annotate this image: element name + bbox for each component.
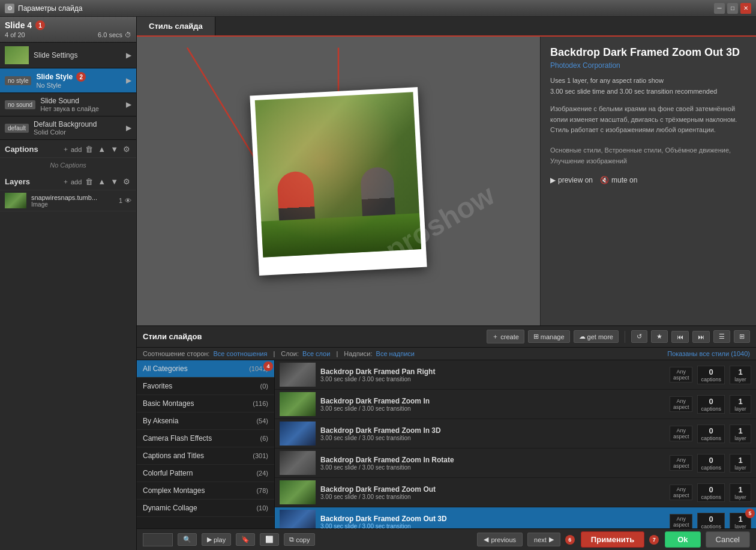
add-layer-label: add (71, 178, 82, 186)
next-button[interactable]: next ▶ (527, 533, 560, 546)
left-panel: Slide 4 1 4 of 20 6.0 secs ⏱ Slide Setti… (0, 17, 137, 550)
bg-sub: Solid Color (34, 128, 126, 136)
category-item[interactable]: Dynamic Collage (10) (137, 500, 274, 517)
category-item[interactable]: By Aksenia (54) (137, 412, 274, 430)
zoom-input[interactable]: 100 (143, 533, 173, 546)
get-more-label: get more (587, 333, 613, 340)
slide-position: 4 of 20 (5, 31, 25, 38)
ok-button[interactable]: Ok (665, 531, 700, 548)
preview-on-button[interactable]: ▶ preview on (550, 176, 593, 184)
slide-settings-row[interactable]: Slide Settings ▶ (0, 43, 136, 68)
favorites-button[interactable]: ★ (651, 330, 668, 343)
badge-4: 4 (263, 361, 273, 371)
badge-6: 6 (565, 535, 575, 545)
eye-icon[interactable]: 👁 (125, 197, 131, 204)
prev-style-button[interactable]: ⏮ (671, 331, 689, 343)
category-count: (24) (256, 470, 268, 477)
layers-title: Layers (5, 177, 62, 186)
get-more-button[interactable]: ☁ get more (574, 330, 619, 343)
photo-inner (255, 92, 421, 257)
delete-layer-button[interactable]: 🗑 (84, 176, 94, 187)
aspect-filter-link[interactable]: Все соотношения (213, 350, 267, 357)
info-desc1: Uses 1 layer, for any aspect ratio show (550, 76, 746, 86)
info-tags: Основные стили, Встроенные стили, Объёмн… (550, 145, 746, 166)
category-item[interactable]: Complex Montages (78) (137, 482, 274, 500)
search-button[interactable]: 🔍 (178, 533, 197, 546)
style-item[interactable]: Backdrop Dark Framed Zoom Out 3.00 sec s… (275, 478, 756, 507)
arrow-right-icon: ▶ (549, 536, 554, 543)
add-caption-button[interactable]: ＋ add (62, 145, 82, 154)
tab-slide-style[interactable]: Стиль слайда (137, 17, 215, 35)
style-item-name: Backdrop Dark Framed Zoom In (320, 397, 670, 405)
move-layer-down-button[interactable]: ▼ (109, 176, 119, 187)
minimize-button[interactable]: ─ (714, 3, 725, 14)
layers-label: Слои: (281, 350, 299, 357)
category-name: All Categories (143, 364, 249, 373)
create-button[interactable]: ＋ create (487, 330, 524, 343)
category-item[interactable]: Favorites (0) (137, 378, 274, 395)
move-layer-up-button[interactable]: ▲ (97, 176, 107, 187)
sound-name: Slide Sound (40, 97, 126, 105)
category-item[interactable]: All Categories (1041) 4 (137, 360, 274, 378)
style-item-name: Backdrop Dark Framed Zoom In Rotate (320, 456, 670, 464)
style-item-sub: 3.00 sec slide / 3.00 sec transition (320, 523, 670, 529)
download-icon: ☁ (579, 333, 586, 340)
person1-silhouette (277, 171, 316, 244)
category-name: Favorites (143, 382, 260, 390)
info-brand: Photodex Corporation (550, 61, 746, 70)
slide-style-row[interactable]: no style Slide Style 2 No Style ▶ (0, 68, 136, 93)
move-caption-down-button[interactable]: ▼ (109, 144, 119, 155)
bookmark-button[interactable]: 🔖 (236, 533, 255, 546)
manage-label: manage (541, 333, 565, 340)
category-count: (301) (253, 452, 268, 459)
category-name: Camera Flash Effects (143, 434, 260, 443)
apply-button[interactable]: Применить (581, 531, 644, 548)
style-item-name: Backdrop Dark Framed Zoom Out (320, 485, 670, 494)
layer-item[interactable]: snapwiresnaps.tumb... Image 1 👁 (0, 190, 136, 211)
style-thumbnail (280, 510, 316, 528)
play-label: play (214, 536, 226, 543)
maximize-button[interactable]: □ (727, 3, 738, 14)
tab-bar: Стиль слайда (137, 17, 756, 37)
badge-2: 2 (76, 72, 86, 82)
frame-button[interactable]: ⬜ (260, 533, 279, 546)
layer-settings-button[interactable]: ⚙ (122, 176, 131, 187)
add-layer-button[interactable]: ＋ add (62, 177, 82, 186)
styles-list: Backdrop Dark Framed Pan Right 3.00 sec … (275, 360, 756, 528)
default-bg-row[interactable]: default Default Background Solid Color ▶ (0, 116, 136, 140)
category-item[interactable]: Colorful Pattern (24) (137, 465, 274, 482)
list-view-button[interactable]: ☰ (713, 330, 730, 343)
style-item[interactable]: Backdrop Dark Framed Zoom In 3.00 sec sl… (275, 390, 756, 419)
style-item-info: Backdrop Dark Framed Zoom Out 3.00 sec s… (320, 485, 670, 500)
delete-caption-button[interactable]: 🗑 (84, 144, 94, 155)
next-style-button[interactable]: ⏭ (692, 331, 710, 343)
category-item[interactable]: Captions and Titles (301) (137, 447, 274, 465)
captions-label: Надписи: (344, 350, 372, 357)
tab-slide-style-label: Стиль слайда (149, 22, 203, 31)
style-item-sub: 3.00 sec slide / 3.00 sec transition (320, 405, 670, 412)
cancel-button[interactable]: Cancel (706, 531, 750, 548)
manage-button[interactable]: ⊞ manage (528, 330, 570, 343)
category-item[interactable]: Camera Flash Effects (6) (137, 430, 274, 447)
copy-button[interactable]: ⧉ copy (284, 533, 315, 546)
play-button[interactable]: ▶ play (202, 533, 231, 546)
slide-sound-row[interactable]: no sound Slide Sound Нет звука в слайде … (0, 93, 136, 116)
category-count: (10) (256, 504, 268, 512)
grid-view-button[interactable]: ⊞ (734, 330, 750, 343)
style-item[interactable]: Backdrop Dark Framed Zoom In 3D 3.00 sec… (275, 419, 756, 449)
style-item[interactable]: Backdrop Dark Framed Zoom Out 3D 3.00 se… (275, 507, 756, 528)
move-caption-up-button[interactable]: ▲ (97, 144, 107, 155)
captions-filter-link[interactable]: Все надписи (376, 350, 415, 357)
category-count: (0) (260, 382, 268, 390)
mute-on-button[interactable]: 🔇 mute on (600, 176, 637, 184)
close-button[interactable]: ✕ (740, 3, 751, 14)
style-item[interactable]: Backdrop Dark Framed Pan Right 3.00 sec … (275, 360, 756, 390)
style-thumbnail (280, 480, 316, 504)
style-meta: Any aspect 0 captions 1 layer (670, 483, 751, 502)
previous-button[interactable]: ◀ previous (477, 533, 523, 546)
layers-filter-link[interactable]: Все слои (302, 350, 330, 357)
style-item[interactable]: Backdrop Dark Framed Zoom In Rotate 3.00… (275, 449, 756, 478)
category-item[interactable]: Basic Montages (116) (137, 395, 274, 412)
caption-settings-button[interactable]: ⚙ (122, 144, 131, 155)
reset-button[interactable]: ↺ (631, 330, 647, 343)
